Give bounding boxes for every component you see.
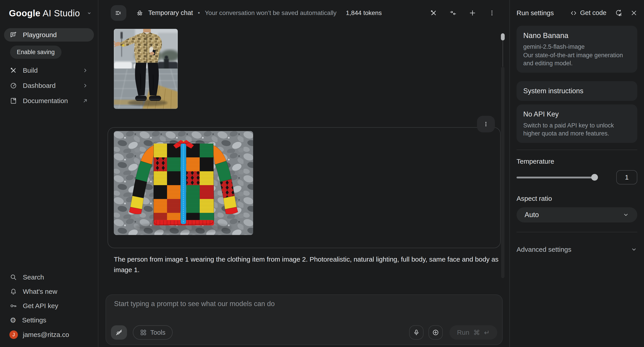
sidebar-item-playground[interactable]: Playground (4, 28, 94, 42)
model-card[interactable]: Nano Banana gemini-2.5-flash-image Our s… (516, 26, 637, 73)
key-icon (10, 302, 17, 310)
aspect-ratio-select[interactable]: Auto (516, 207, 637, 222)
cmd-key-icon: ⌘ (474, 329, 480, 336)
get-code-label: Get code (580, 9, 606, 16)
advanced-settings-label: Advanced settings (516, 246, 571, 253)
sidebar-item-whats-new[interactable]: What's new (4, 284, 94, 299)
edit-tools-icon[interactable] (429, 8, 438, 18)
logo-google: Google (9, 8, 40, 18)
run-label: Run (457, 329, 469, 336)
chat-type-label: Temporary chat (148, 9, 193, 16)
account-email: james@ritza.co (23, 331, 69, 338)
sidebar-item-documentation[interactable]: Documentation (4, 94, 94, 108)
sidebar-item-label: Dashboard (23, 82, 56, 90)
autosave-notice: Your conversation won’t be saved automat… (205, 10, 336, 16)
chat-turn-card (108, 127, 501, 248)
chat-topbar: Temporary chat • Your conversation won’t… (98, 0, 510, 26)
api-key-card[interactable]: No API Key Switch to a paid API key to u… (516, 104, 637, 143)
system-instructions-label: System instructions (523, 86, 630, 96)
api-key-description: Switch to a paid API key to unlock highe… (523, 122, 630, 138)
advanced-settings-toggle[interactable]: Advanced settings (516, 246, 637, 253)
enable-saving-button[interactable]: Enable saving (10, 46, 62, 59)
slider-handle[interactable] (591, 174, 598, 181)
collapse-sidebar-button[interactable] (111, 5, 126, 21)
gear-icon: ⚙ (10, 316, 16, 324)
prompt-input[interactable] (114, 300, 450, 319)
close-panel-icon[interactable] (630, 10, 637, 16)
temperature-input[interactable] (616, 170, 637, 184)
compare-icon[interactable] (448, 8, 458, 18)
run-settings-title: Run settings (516, 9, 554, 17)
system-instructions-card[interactable]: System instructions (516, 81, 637, 101)
topbar-actions (429, 8, 497, 18)
model-name: Nano Banana (523, 31, 630, 40)
sidebar-item-label: Documentation (23, 97, 68, 105)
sidebar-item-label: Get API key (23, 302, 58, 310)
sidebar: GoogleAI Studio Playground Enable saving (0, 0, 98, 347)
chat-image-cardigan[interactable] (114, 131, 253, 235)
model-description: Our state-of-the-art image generation an… (523, 51, 630, 67)
sidebar-item-label: Playground (23, 31, 57, 39)
sidebar-item-label: Settings (22, 316, 46, 324)
reset-settings-icon[interactable] (615, 10, 622, 16)
run-button[interactable]: Run ⌘ ↵ (450, 325, 497, 340)
sidebar-item-label: Build (23, 67, 38, 74)
sidebar-item-search[interactable]: Search (4, 270, 94, 284)
app-logo: GoogleAI Studio (9, 8, 80, 18)
logo-chevron-down-icon[interactable] (86, 10, 92, 16)
separator-dot: • (198, 10, 200, 16)
tools-grid-icon (140, 329, 147, 336)
aspect-ratio-value: Auto (524, 211, 539, 219)
get-code-button[interactable]: Get code (570, 9, 606, 16)
return-key-icon: ↵ (484, 329, 490, 336)
enable-saving-label: Enable saving (17, 49, 55, 56)
more-vert-icon[interactable] (487, 8, 497, 18)
chat-turn-menu-button[interactable] (477, 116, 495, 132)
temperature-row (516, 170, 637, 184)
sidebar-footer: Search What's new Get API key ⚙ Settings (0, 270, 98, 339)
add-media-button[interactable] (428, 325, 443, 340)
sidebar-item-get-api-key[interactable]: Get API key (4, 299, 94, 313)
new-chat-plus-icon[interactable] (468, 8, 478, 18)
aspect-ratio-label: Aspect ratio (516, 195, 637, 202)
temperature-slider[interactable] (516, 173, 596, 181)
composer-toolbar: Tools Run ⌘ ↵ (111, 325, 497, 340)
tools-label: Tools (150, 329, 166, 336)
dashboard-gauge-icon (10, 82, 17, 89)
account-row[interactable]: J james@ritza.co (4, 327, 94, 339)
sidebar-item-dashboard[interactable]: Dashboard (4, 79, 94, 92)
sidebar-item-settings[interactable]: ⚙ Settings (4, 313, 94, 327)
incognito-icon (136, 10, 143, 16)
run-settings-header: Run settings Get code (516, 0, 637, 26)
scrollbar-thumb[interactable] (501, 33, 505, 40)
code-icon (570, 10, 577, 16)
temperature-label: Temperature (516, 158, 637, 165)
chevron-down-icon (630, 246, 637, 253)
chevron-right-icon (82, 68, 88, 73)
bell-icon (10, 288, 17, 295)
playground-chat-icon (10, 31, 17, 38)
logo-studio: AI Studio (43, 8, 80, 18)
build-tools-icon (10, 67, 17, 74)
search-icon (10, 274, 17, 281)
avatar: J (10, 330, 18, 339)
sidebar-nav: Playground Enable saving Build (0, 26, 98, 109)
model-id: gemini-2.5-flash-image (523, 43, 630, 51)
sidebar-item-label: What's new (23, 288, 57, 295)
pen-disabled-button[interactable] (111, 325, 127, 340)
external-link-icon (82, 98, 88, 104)
token-count: 1,844 tokens (346, 10, 382, 16)
scrollbar-track[interactable] (501, 67, 504, 278)
mic-button[interactable] (409, 325, 424, 340)
tools-button[interactable]: Tools (133, 325, 173, 340)
divider (516, 232, 637, 232)
user-prompt-text[interactable]: The person from image 1 wearing the clot… (114, 254, 499, 275)
chevron-down-icon (622, 212, 629, 218)
app-window: GoogleAI Studio Playground Enable saving (0, 0, 644, 347)
chat-image-person[interactable] (114, 29, 178, 109)
sidebar-item-label: Search (23, 274, 44, 281)
main-area: Temporary chat • Your conversation won’t… (98, 0, 510, 347)
api-key-title: No API Key (523, 110, 630, 119)
sidebar-item-build[interactable]: Build (4, 64, 94, 77)
documentation-book-icon (10, 97, 17, 104)
